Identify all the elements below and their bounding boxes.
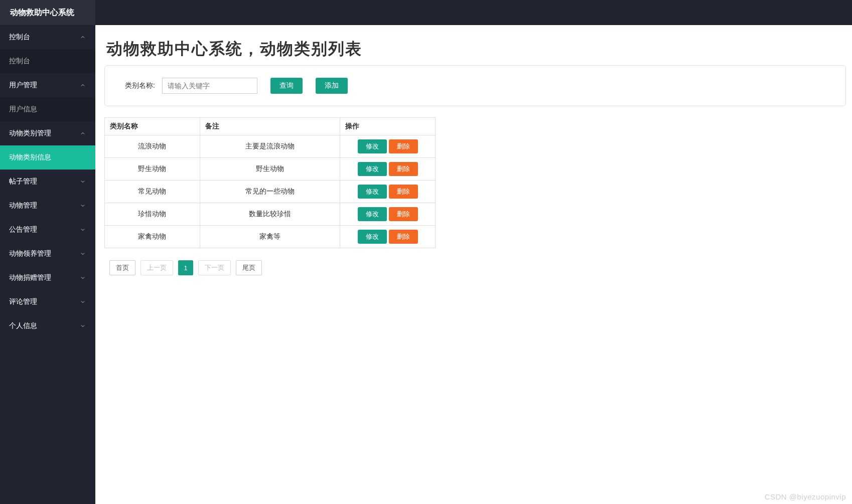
edit-button[interactable]: 修改 <box>358 185 387 199</box>
sidebar-item-user-info[interactable]: 用户信息 <box>0 97 95 121</box>
chevron-down-icon <box>79 298 86 305</box>
chevron-down-icon <box>79 202 86 209</box>
cell-note: 常见的一些动物 <box>200 181 340 203</box>
sidebar-group-animal-category[interactable]: 动物类别管理 <box>0 121 95 145</box>
chevron-down-icon <box>79 322 86 329</box>
table-header-row: 类别名称 备注 操作 <box>105 118 436 135</box>
chevron-up-icon <box>79 34 86 41</box>
sidebar-group-label: 动物类别管理 <box>9 129 51 138</box>
chevron-down-icon <box>79 178 86 185</box>
table-row: 常见动物常见的一些动物修改删除 <box>105 181 436 203</box>
cell-op: 修改删除 <box>340 181 436 203</box>
main-content: 动物救助中心系统，动物类别列表 类别名称: 查询 添加 类别名称 备注 操作 流… <box>95 25 852 504</box>
sidebar-group-post[interactable]: 帖子管理 <box>0 170 95 194</box>
pagination: 首页 上一页 1 下一页 尾页 <box>104 260 846 275</box>
cell-note: 野生动物 <box>200 158 340 181</box>
sidebar-group-label: 个人信息 <box>9 321 37 330</box>
cell-note: 数量比较珍惜 <box>200 203 340 226</box>
sidebar-group-label: 控制台 <box>9 33 30 42</box>
cell-op: 修改删除 <box>340 158 436 181</box>
sidebar-item-label: 控制台 <box>9 57 30 66</box>
category-table: 类别名称 备注 操作 流浪动物主要是流浪动物修改删除野生动物野生动物修改删除常见… <box>104 117 436 248</box>
table-row: 野生动物野生动物修改删除 <box>105 158 436 181</box>
cell-name: 流浪动物 <box>105 135 200 158</box>
edit-button[interactable]: 修改 <box>358 230 387 244</box>
sidebar-group-label: 用户管理 <box>9 81 37 90</box>
cell-name: 野生动物 <box>105 158 200 181</box>
edit-button[interactable]: 修改 <box>358 207 387 221</box>
sidebar-group-label: 动物管理 <box>9 201 37 210</box>
delete-button[interactable]: 删除 <box>389 230 418 244</box>
col-header-note: 备注 <box>200 118 340 135</box>
sidebar-item-label: 动物类别信息 <box>9 153 51 162</box>
edit-button[interactable]: 修改 <box>358 139 387 153</box>
page-title: 动物救助中心系统，动物类别列表 <box>106 38 846 60</box>
sidebar-group-comment[interactable]: 评论管理 <box>0 290 95 314</box>
sidebar-group-animal[interactable]: 动物管理 <box>0 194 95 218</box>
cell-name: 常见动物 <box>105 181 200 203</box>
cell-op: 修改删除 <box>340 226 436 248</box>
topbar: 动物救助中心系统 <box>0 0 852 25</box>
chevron-down-icon <box>79 250 86 257</box>
delete-button[interactable]: 删除 <box>389 207 418 221</box>
delete-button[interactable]: 删除 <box>389 185 418 199</box>
page-prev-button[interactable]: 上一页 <box>140 260 173 275</box>
sidebar-group-label: 公告管理 <box>9 225 37 234</box>
sidebar-item-label: 用户信息 <box>9 105 37 114</box>
sidebar-group-label: 动物捐赠管理 <box>9 273 51 282</box>
sidebar-item-console[interactable]: 控制台 <box>0 49 95 73</box>
cell-note: 家禽等 <box>200 226 340 248</box>
table-row: 流浪动物主要是流浪动物修改删除 <box>105 135 436 158</box>
sidebar-group-user[interactable]: 用户管理 <box>0 73 95 97</box>
delete-button[interactable]: 删除 <box>389 139 418 153</box>
cell-op: 修改删除 <box>340 135 436 158</box>
chevron-down-icon <box>79 274 86 281</box>
query-button[interactable]: 查询 <box>270 78 303 94</box>
sidebar-group-label: 评论管理 <box>9 297 37 306</box>
sidebar-group-profile[interactable]: 个人信息 <box>0 314 95 338</box>
sidebar-item-animal-category-info[interactable]: 动物类别信息 <box>0 145 95 170</box>
delete-button[interactable]: 删除 <box>389 162 418 176</box>
sidebar: 控制台 控制台 用户管理 用户信息 动物类别管理 动物类别信息 <box>0 25 95 504</box>
edit-button[interactable]: 修改 <box>358 162 387 176</box>
cell-name: 珍惜动物 <box>105 203 200 226</box>
search-panel: 类别名称: 查询 添加 <box>104 65 846 106</box>
sidebar-group-notice[interactable]: 公告管理 <box>0 218 95 242</box>
add-button[interactable]: 添加 <box>316 78 348 94</box>
sidebar-group-donate[interactable]: 动物捐赠管理 <box>0 266 95 290</box>
page-number-button[interactable]: 1 <box>178 260 193 275</box>
sidebar-group-label: 动物领养管理 <box>9 249 51 258</box>
col-header-op: 操作 <box>340 118 436 135</box>
sidebar-group-adopt[interactable]: 动物领养管理 <box>0 242 95 266</box>
col-header-name: 类别名称 <box>105 118 200 135</box>
page-next-button[interactable]: 下一页 <box>198 260 231 275</box>
cell-note: 主要是流浪动物 <box>200 135 340 158</box>
brand-title: 动物救助中心系统 <box>0 0 95 25</box>
table-row: 珍惜动物数量比较珍惜修改删除 <box>105 203 436 226</box>
page-first-button[interactable]: 首页 <box>109 260 135 275</box>
sidebar-group-label: 帖子管理 <box>9 177 37 186</box>
sidebar-group-console[interactable]: 控制台 <box>0 25 95 49</box>
chevron-down-icon <box>79 226 86 233</box>
cell-op: 修改删除 <box>340 203 436 226</box>
table-row: 家禽动物家禽等修改删除 <box>105 226 436 248</box>
page-last-button[interactable]: 尾页 <box>236 260 262 275</box>
search-label: 类别名称: <box>125 81 155 90</box>
search-input[interactable] <box>162 78 257 94</box>
chevron-up-icon <box>79 130 86 137</box>
cell-name: 家禽动物 <box>105 226 200 248</box>
chevron-up-icon <box>79 82 86 89</box>
